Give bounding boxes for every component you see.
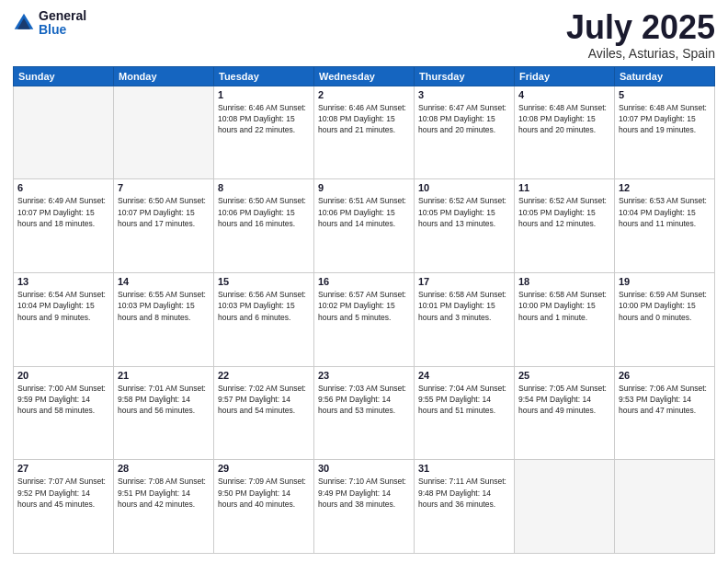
day-number: 24 (418, 370, 510, 381)
day-info: Sunrise: 7:07 AM Sunset: 9:52 PM Dayligh… (17, 476, 109, 510)
location: Aviles, Asturias, Spain (566, 46, 715, 61)
day-number: 28 (118, 463, 210, 474)
day-number: 7 (118, 182, 210, 193)
day-info: Sunrise: 6:53 AM Sunset: 10:04 PM Daylig… (619, 195, 711, 229)
calendar-header-tuesday: Tuesday (214, 66, 314, 86)
day-number: 26 (619, 370, 711, 381)
day-info: Sunrise: 7:11 AM Sunset: 9:48 PM Dayligh… (418, 476, 510, 510)
calendar-day-cell: 4Sunrise: 6:48 AM Sunset: 10:08 PM Dayli… (515, 86, 615, 179)
logo-blue: Blue (39, 23, 86, 37)
calendar-day-cell: 22Sunrise: 7:02 AM Sunset: 9:57 PM Dayli… (214, 366, 314, 460)
day-number: 14 (118, 276, 210, 287)
page: General Blue July 2025 Aviles, Asturias,… (0, 0, 728, 563)
calendar-day-cell: 21Sunrise: 7:01 AM Sunset: 9:58 PM Dayli… (114, 366, 214, 460)
day-info: Sunrise: 6:57 AM Sunset: 10:02 PM Daylig… (318, 289, 410, 323)
calendar-day-cell: 25Sunrise: 7:05 AM Sunset: 9:54 PM Dayli… (515, 366, 615, 460)
calendar-header-saturday: Saturday (615, 66, 715, 86)
calendar-header-monday: Monday (114, 66, 214, 86)
calendar-day-cell: 26Sunrise: 7:06 AM Sunset: 9:53 PM Dayli… (615, 366, 715, 460)
day-number: 13 (17, 276, 109, 287)
calendar-day-cell: 28Sunrise: 7:08 AM Sunset: 9:51 PM Dayli… (114, 460, 214, 554)
day-number: 17 (418, 276, 510, 287)
calendar-week-2: 6Sunrise: 6:49 AM Sunset: 10:07 PM Dayli… (14, 179, 715, 273)
day-number: 21 (118, 370, 210, 381)
day-info: Sunrise: 6:46 AM Sunset: 10:08 PM Daylig… (318, 102, 410, 136)
day-info: Sunrise: 7:00 AM Sunset: 9:59 PM Dayligh… (17, 383, 109, 417)
calendar-header-friday: Friday (515, 66, 615, 86)
header: General Blue July 2025 Aviles, Asturias,… (13, 9, 715, 61)
calendar-week-4: 20Sunrise: 7:00 AM Sunset: 9:59 PM Dayli… (14, 366, 715, 460)
calendar-table: SundayMondayTuesdayWednesdayThursdayFrid… (13, 66, 715, 554)
calendar-day-cell: 3Sunrise: 6:47 AM Sunset: 10:08 PM Dayli… (415, 86, 515, 179)
day-info: Sunrise: 6:52 AM Sunset: 10:05 PM Daylig… (418, 195, 510, 229)
calendar-day-cell (515, 460, 615, 554)
calendar-week-3: 13Sunrise: 6:54 AM Sunset: 10:04 PM Dayl… (14, 272, 715, 366)
calendar-day-cell: 13Sunrise: 6:54 AM Sunset: 10:04 PM Dayl… (14, 272, 114, 366)
calendar-day-cell: 29Sunrise: 7:09 AM Sunset: 9:50 PM Dayli… (214, 460, 314, 554)
calendar-day-cell: 6Sunrise: 6:49 AM Sunset: 10:07 PM Dayli… (14, 179, 114, 273)
day-info: Sunrise: 7:01 AM Sunset: 9:58 PM Dayligh… (118, 383, 210, 417)
calendar-day-cell: 11Sunrise: 6:52 AM Sunset: 10:05 PM Dayl… (515, 179, 615, 273)
day-number: 1 (218, 89, 310, 100)
logo: General Blue (13, 9, 86, 38)
day-info: Sunrise: 6:51 AM Sunset: 10:06 PM Daylig… (318, 195, 410, 229)
calendar-day-cell: 8Sunrise: 6:50 AM Sunset: 10:06 PM Dayli… (214, 179, 314, 273)
day-number: 10 (418, 182, 510, 193)
day-number: 20 (17, 370, 109, 381)
calendar-header-wednesday: Wednesday (314, 66, 415, 86)
day-info: Sunrise: 6:46 AM Sunset: 10:08 PM Daylig… (218, 102, 310, 136)
day-info: Sunrise: 6:47 AM Sunset: 10:08 PM Daylig… (418, 102, 510, 136)
day-info: Sunrise: 6:54 AM Sunset: 10:04 PM Daylig… (17, 289, 109, 323)
day-info: Sunrise: 6:49 AM Sunset: 10:07 PM Daylig… (17, 195, 109, 229)
day-info: Sunrise: 6:48 AM Sunset: 10:08 PM Daylig… (518, 102, 610, 136)
calendar-header-sunday: Sunday (14, 66, 114, 86)
calendar-day-cell: 9Sunrise: 6:51 AM Sunset: 10:06 PM Dayli… (314, 179, 415, 273)
logo-general: General (39, 9, 86, 23)
calendar-header-thursday: Thursday (415, 66, 515, 86)
day-number: 2 (318, 89, 410, 100)
calendar-day-cell: 1Sunrise: 6:46 AM Sunset: 10:08 PM Dayli… (214, 86, 314, 179)
calendar-day-cell (14, 86, 114, 179)
calendar-day-cell (615, 460, 715, 554)
day-number: 29 (218, 463, 310, 474)
month-title: July 2025 (566, 9, 715, 46)
day-info: Sunrise: 6:52 AM Sunset: 10:05 PM Daylig… (518, 195, 610, 229)
logo-icon (13, 12, 35, 34)
day-number: 23 (318, 370, 410, 381)
day-info: Sunrise: 6:58 AM Sunset: 10:01 PM Daylig… (418, 289, 510, 323)
day-info: Sunrise: 6:50 AM Sunset: 10:06 PM Daylig… (218, 195, 310, 229)
day-number: 31 (418, 463, 510, 474)
day-info: Sunrise: 6:59 AM Sunset: 10:00 PM Daylig… (619, 289, 711, 323)
day-info: Sunrise: 6:48 AM Sunset: 10:07 PM Daylig… (619, 102, 711, 136)
calendar-day-cell: 5Sunrise: 6:48 AM Sunset: 10:07 PM Dayli… (615, 86, 715, 179)
day-number: 6 (17, 182, 109, 193)
calendar-day-cell: 14Sunrise: 6:55 AM Sunset: 10:03 PM Dayl… (114, 272, 214, 366)
day-number: 8 (218, 182, 310, 193)
day-number: 12 (619, 182, 711, 193)
calendar-day-cell: 31Sunrise: 7:11 AM Sunset: 9:48 PM Dayli… (415, 460, 515, 554)
day-info: Sunrise: 7:03 AM Sunset: 9:56 PM Dayligh… (318, 383, 410, 417)
calendar-day-cell: 17Sunrise: 6:58 AM Sunset: 10:01 PM Dayl… (415, 272, 515, 366)
calendar-day-cell: 24Sunrise: 7:04 AM Sunset: 9:55 PM Dayli… (415, 366, 515, 460)
calendar-day-cell: 2Sunrise: 6:46 AM Sunset: 10:08 PM Dayli… (314, 86, 415, 179)
day-info: Sunrise: 6:50 AM Sunset: 10:07 PM Daylig… (118, 195, 210, 229)
day-number: 3 (418, 89, 510, 100)
calendar-week-5: 27Sunrise: 7:07 AM Sunset: 9:52 PM Dayli… (14, 460, 715, 554)
day-number: 19 (619, 276, 711, 287)
day-number: 11 (518, 182, 610, 193)
calendar-day-cell (114, 86, 214, 179)
day-number: 25 (518, 370, 610, 381)
calendar-week-1: 1Sunrise: 6:46 AM Sunset: 10:08 PM Dayli… (14, 86, 715, 179)
day-info: Sunrise: 7:09 AM Sunset: 9:50 PM Dayligh… (218, 476, 310, 510)
day-info: Sunrise: 6:58 AM Sunset: 10:00 PM Daylig… (518, 289, 610, 323)
calendar-day-cell: 15Sunrise: 6:56 AM Sunset: 10:03 PM Dayl… (214, 272, 314, 366)
calendar-day-cell: 23Sunrise: 7:03 AM Sunset: 9:56 PM Dayli… (314, 366, 415, 460)
day-info: Sunrise: 6:56 AM Sunset: 10:03 PM Daylig… (218, 289, 310, 323)
logo-text: General Blue (39, 9, 86, 38)
calendar-day-cell: 12Sunrise: 6:53 AM Sunset: 10:04 PM Dayl… (615, 179, 715, 273)
calendar-header-row: SundayMondayTuesdayWednesdayThursdayFrid… (14, 66, 715, 86)
day-number: 22 (218, 370, 310, 381)
calendar-day-cell: 18Sunrise: 6:58 AM Sunset: 10:00 PM Dayl… (515, 272, 615, 366)
day-number: 15 (218, 276, 310, 287)
calendar-day-cell: 16Sunrise: 6:57 AM Sunset: 10:02 PM Dayl… (314, 272, 415, 366)
